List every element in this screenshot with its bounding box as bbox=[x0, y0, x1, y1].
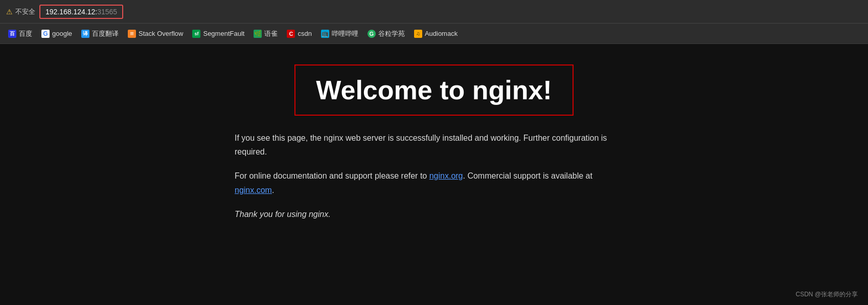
bookmark-segmentfault-label: SegmentFault bbox=[203, 30, 244, 37]
thank-you-paragraph: Thank you for using nginx. bbox=[235, 207, 633, 221]
bookmark-segmentfault[interactable]: sf SegmentFault bbox=[188, 28, 248, 40]
csdn-watermark: CSDN @张老师的分享 bbox=[795, 290, 858, 299]
bookmarks-bar: 百 百度 G google 译 百度翻译 ≡ Stack Overflow sf… bbox=[0, 24, 868, 44]
baidu-translate-icon: 译 bbox=[81, 30, 89, 38]
stackoverflow-icon: ≡ bbox=[128, 30, 136, 38]
bookmark-audiomack[interactable]: ♫ Audiomack bbox=[410, 28, 462, 40]
bookmark-csdn-label: csdn bbox=[298, 30, 311, 37]
bookmark-yuque-label: 语雀 bbox=[264, 29, 278, 38]
bookmark-google[interactable]: G google bbox=[37, 28, 76, 40]
google-icon: G bbox=[41, 30, 50, 38]
paragraph-docs-mid: . Commercial support is available at bbox=[463, 171, 592, 180]
nginx-org-link[interactable]: nginx.org bbox=[429, 171, 463, 180]
segmentfault-icon: sf bbox=[192, 30, 200, 38]
csdn-icon: C bbox=[287, 30, 295, 38]
bookmark-stackoverflow[interactable]: ≡ Stack Overflow bbox=[124, 28, 187, 40]
paragraph-docs-suffix: . bbox=[272, 186, 274, 194]
bookmark-yuque[interactable]: 🌿 语雀 bbox=[249, 27, 282, 40]
security-warning: ⚠ 不安全 bbox=[6, 7, 35, 16]
bookmark-baidu-label: 百度 bbox=[19, 29, 32, 38]
yuque-icon: 🌿 bbox=[254, 30, 262, 38]
bilibili-icon: 📺 bbox=[321, 30, 329, 38]
main-content: Welcome to nginx! If you see this page, … bbox=[0, 44, 868, 305]
bookmark-translate-label: 百度翻译 bbox=[92, 29, 119, 38]
bookmark-bilibili[interactable]: 📺 哔哩哔哩 bbox=[317, 27, 362, 40]
security-label: 不安全 bbox=[15, 7, 35, 16]
content-body: If you see this page, the nginx web serv… bbox=[235, 131, 633, 221]
bookmark-baidu[interactable]: 百 百度 bbox=[4, 27, 36, 40]
bookmark-google-label: google bbox=[52, 30, 72, 37]
baidu-icon: 百 bbox=[8, 30, 16, 38]
paragraph-install: If you see this page, the nginx web serv… bbox=[235, 131, 633, 159]
paragraph-docs: For online documentation and support ple… bbox=[235, 169, 633, 197]
address-bar: ⚠ 不安全 192.168.124.12:31565 bbox=[0, 0, 868, 24]
guli-icon: G bbox=[368, 30, 376, 38]
bookmark-baidu-translate[interactable]: 译 百度翻译 bbox=[77, 27, 123, 40]
bookmark-csdn[interactable]: C csdn bbox=[283, 28, 315, 40]
url-main[interactable]: 192.168.124.12: bbox=[45, 8, 97, 16]
bookmark-stackoverflow-label: Stack Overflow bbox=[139, 30, 183, 37]
bookmark-audiomack-label: Audiomack bbox=[425, 30, 458, 37]
bookmark-guli[interactable]: G 谷粒学苑 bbox=[363, 27, 409, 40]
paragraph-docs-prefix: For online documentation and support ple… bbox=[235, 171, 429, 180]
welcome-heading-wrapper: Welcome to nginx! bbox=[294, 64, 573, 116]
warning-icon: ⚠ bbox=[6, 8, 13, 16]
bookmark-guli-label: 谷粒学苑 bbox=[378, 29, 405, 38]
audiomack-icon: ♫ bbox=[414, 30, 422, 38]
bookmark-bilibili-label: 哔哩哔哩 bbox=[332, 29, 358, 38]
welcome-heading: Welcome to nginx! bbox=[316, 75, 552, 105]
url-port[interactable]: 31565 bbox=[97, 8, 117, 16]
nginx-com-link[interactable]: nginx.com bbox=[235, 186, 272, 194]
